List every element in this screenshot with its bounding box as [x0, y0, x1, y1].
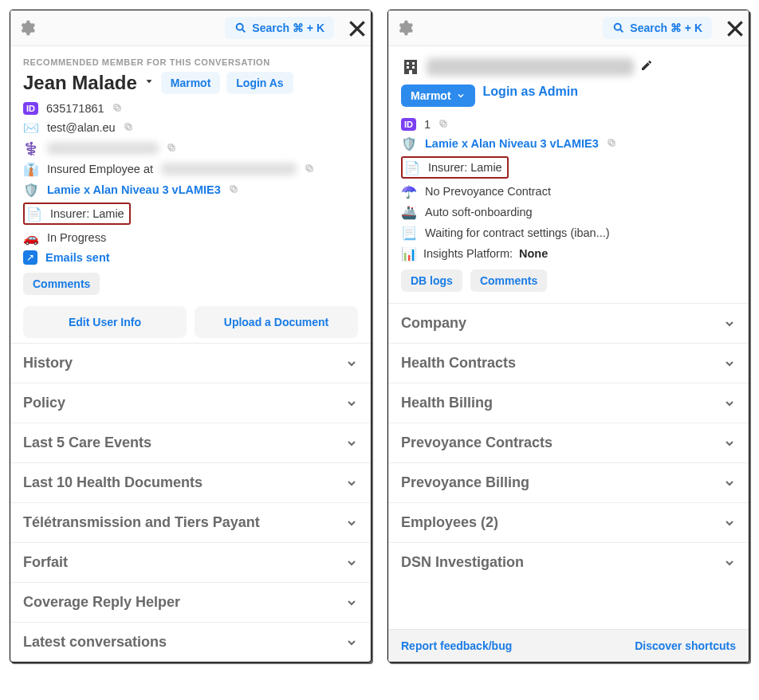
umbrella-icon: ☂️	[401, 183, 417, 199]
discover-shortcuts-link[interactable]: Discover shortcuts	[635, 639, 736, 652]
id-row: ID 635171861	[23, 102, 358, 115]
chevron-down-icon	[723, 517, 736, 529]
company-info-list: ID 1 🛡️ Lamie x Alan Niveau 3 vLAMIE3 📄 …	[401, 118, 736, 262]
accordion-label: Policy	[23, 395, 65, 411]
gear-icon[interactable]	[396, 19, 414, 37]
copy-icon[interactable]	[438, 118, 448, 131]
insights-label: Insights Platform:	[423, 247, 513, 260]
svg-rect-8	[170, 146, 175, 151]
close-icon	[725, 18, 745, 39]
copy-icon[interactable]	[305, 163, 314, 175]
chevron-down-icon	[723, 317, 736, 330]
close-icon	[347, 18, 368, 39]
title-row: Jean Malade Marmot Login As	[23, 72, 358, 94]
accordion-label: Health Contracts	[401, 355, 516, 372]
edit-icon[interactable]	[640, 59, 653, 75]
caret-down-icon[interactable]	[144, 76, 155, 90]
chevron-down-icon	[723, 477, 736, 490]
chevron-down-icon	[723, 397, 736, 410]
accordion-forfait[interactable]: Forfait	[10, 543, 371, 583]
status-row: 🚗 In Progress	[23, 230, 358, 246]
accordion-care-events[interactable]: Last 5 Care Events	[10, 423, 371, 463]
copy-icon[interactable]	[167, 142, 176, 155]
contract-settings-text: Waiting for contract settings (iban...)	[425, 226, 610, 239]
search-button[interactable]: Search ⌘ + K	[603, 17, 712, 39]
close-button[interactable]	[720, 18, 741, 38]
no-prevoyance-text: No Prevoyance Contract	[425, 185, 551, 198]
emails-sent-link[interactable]: Emails sent	[45, 251, 110, 264]
gear-icon[interactable]	[18, 19, 36, 37]
copy-icon[interactable]	[124, 121, 133, 134]
accordion-health-billing[interactable]: Health Billing	[388, 383, 749, 423]
accordion-coverage-reply[interactable]: Coverage Reply Helper	[10, 583, 371, 623]
accordion-latest-conversations[interactable]: Latest conversations	[10, 623, 371, 662]
accordion-label: Forfait	[23, 554, 68, 571]
db-logs-button[interactable]: DB logs	[401, 269, 462, 292]
close-button[interactable]	[342, 18, 363, 38]
accordion-history[interactable]: History	[10, 344, 371, 383]
onboarding-row: 🚢 Auto soft-onboarding	[401, 204, 736, 220]
chevron-down-icon	[723, 556, 736, 569]
accordion-company[interactable]: Company	[388, 304, 749, 344]
marmot-dropdown[interactable]: Marmot	[401, 85, 475, 107]
search-icon	[234, 22, 247, 34]
email-value: test@alan.eu	[47, 121, 116, 134]
shield-icon: 🛡️	[401, 136, 417, 151]
report-feedback-link[interactable]: Report feedback/bug	[401, 639, 512, 652]
login-as-admin-link[interactable]: Login as Admin	[483, 85, 578, 107]
accordion-label: Last 10 Health Documents	[23, 474, 203, 491]
chevron-down-icon	[345, 556, 358, 569]
copy-icon[interactable]	[112, 102, 122, 115]
accordion-label: Latest conversations	[23, 634, 167, 651]
chevron-down-icon	[345, 636, 358, 649]
top-bar: Search ⌘ + K	[388, 10, 749, 46]
accordion-prevoyance-contracts[interactable]: Prevoyance Contracts	[388, 423, 749, 463]
copy-icon[interactable]	[607, 137, 616, 150]
accordion-policy[interactable]: Policy	[10, 383, 371, 423]
accordion-prevoyance-billing[interactable]: Prevoyance Billing	[388, 463, 749, 503]
accordion-health-documents[interactable]: Last 10 Health Documents	[10, 463, 371, 503]
accordion-label: DSN Investigation	[401, 554, 524, 571]
no-prevoyance-row: ☂️ No Prevoyance Contract	[401, 183, 736, 199]
chevron-down-icon	[723, 437, 736, 450]
search-button[interactable]: Search ⌘ + K	[225, 17, 334, 39]
marmot-button[interactable]: Marmot	[161, 72, 221, 94]
svg-rect-20	[412, 62, 415, 65]
svg-line-15	[620, 29, 623, 32]
accordion-dsn-investigation[interactable]: DSN Investigation	[388, 543, 749, 582]
accordion-label: History	[23, 355, 73, 372]
comments-button[interactable]: Comments	[23, 273, 100, 295]
insurer-value: Insurer: Lamie	[50, 207, 124, 220]
marmot-label: Marmot	[411, 89, 451, 102]
svg-rect-12	[232, 187, 237, 192]
search-icon	[612, 22, 625, 34]
chevron-down-icon	[456, 91, 466, 100]
accordion-employees[interactable]: Employees (2)	[388, 503, 749, 543]
copy-icon[interactable]	[229, 183, 238, 196]
info-list: ID 635171861 ✉️ test@alan.eu ⚕️ 👔 Insure…	[23, 102, 358, 265]
plan-row: 🛡️ Lamie x Alan Niveau 3 vLAMIE3	[401, 136, 736, 151]
redacted-company-name	[427, 58, 634, 76]
company-panel: Search ⌘ + K Marmot Login as Admin ID	[387, 10, 749, 663]
edit-user-button[interactable]: Edit User Info	[23, 306, 187, 338]
upload-document-button[interactable]: Upload a Document	[195, 306, 358, 338]
accordion-health-contracts[interactable]: Health Contracts	[388, 344, 749, 383]
insurer-row-highlighted: 📄 Insurer: Lamie	[401, 156, 736, 179]
accordion-label: Health Billing	[401, 395, 493, 411]
search-label: Search ⌘ + K	[630, 22, 702, 34]
plan-link[interactable]: Lamie x Alan Niveau 3 vLAMIE3	[47, 183, 221, 196]
id-value: 1	[424, 118, 431, 131]
redacted-company[interactable]	[161, 163, 297, 175]
svg-point-0	[237, 24, 243, 30]
svg-point-14	[615, 24, 621, 30]
comments-button[interactable]: Comments	[470, 269, 547, 292]
accordion-label: Prevoyance Contracts	[401, 435, 553, 451]
accordion-group: History Policy Last 5 Care Events Last 1…	[10, 343, 371, 662]
accordion-teletransmission[interactable]: Télétransmission and Tiers Payant	[10, 503, 371, 543]
svg-rect-19	[407, 62, 409, 65]
top-bar: Search ⌘ + K	[10, 10, 371, 46]
id-value: 635171861	[46, 102, 104, 115]
plan-link[interactable]: Lamie x Alan Niveau 3 vLAMIE3	[425, 137, 599, 150]
login-as-button[interactable]: Login As	[226, 72, 293, 94]
document-icon: 📄	[404, 159, 420, 175]
